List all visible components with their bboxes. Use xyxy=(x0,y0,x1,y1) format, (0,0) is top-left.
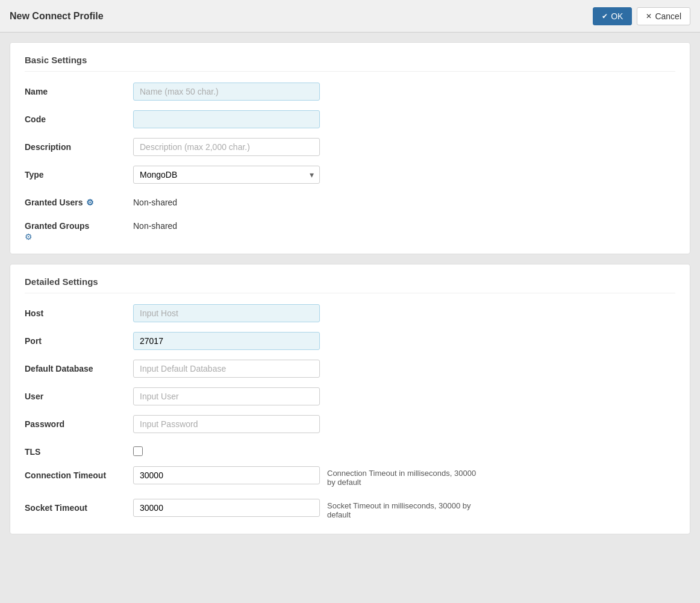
port-row: Port xyxy=(25,332,675,350)
granted-groups-value: Non-shared xyxy=(133,217,177,231)
default-database-row: Default Database xyxy=(25,360,675,378)
cancel-button[interactable]: ✕ Cancel xyxy=(637,7,690,25)
password-label: Password xyxy=(25,415,133,429)
cancel-icon: ✕ xyxy=(646,12,652,20)
host-row: Host xyxy=(25,304,675,322)
code-label: Code xyxy=(25,110,133,124)
description-input[interactable] xyxy=(133,138,320,156)
description-row: Description xyxy=(25,138,675,156)
description-label: Description xyxy=(25,138,133,152)
modal-wrapper: New Connect Profile ✔ OK ✕ Cancel Basic … xyxy=(0,0,700,603)
granted-groups-gear-icon[interactable]: ⚙ xyxy=(25,232,33,242)
port-input[interactable] xyxy=(133,332,320,350)
connection-timeout-row: Connection Timeout Connection Timeout in… xyxy=(25,466,675,489)
socket-timeout-input[interactable] xyxy=(133,499,320,517)
user-row: User xyxy=(25,387,675,405)
granted-users-gear-icon[interactable]: ⚙ xyxy=(86,198,94,207)
detailed-settings-section: Detailed Settings Host Port Default Data… xyxy=(10,264,690,534)
name-label: Name xyxy=(25,83,133,96)
ok-button[interactable]: ✔ OK xyxy=(593,7,632,25)
socket-timeout-label: Socket Timeout xyxy=(25,499,133,513)
tls-label: TLS xyxy=(25,443,133,457)
user-label: User xyxy=(25,387,133,401)
tls-checkbox[interactable] xyxy=(133,446,143,456)
basic-settings-section: Basic Settings Name Code Description xyxy=(10,42,690,254)
detailed-settings-title: Detailed Settings xyxy=(25,277,675,293)
basic-settings-title: Basic Settings xyxy=(25,55,675,72)
modal-body: Basic Settings Name Code Description xyxy=(0,33,700,544)
modal-header: New Connect Profile ✔ OK ✕ Cancel xyxy=(0,0,700,33)
tls-row: TLS xyxy=(25,443,675,457)
granted-groups-row: Granted Groups ⚙ Non-shared xyxy=(25,217,675,242)
code-input[interactable] xyxy=(133,110,320,128)
granted-users-row: Granted Users ⚙ Non-shared xyxy=(25,193,675,207)
granted-users-value: Non-shared xyxy=(133,193,177,207)
password-input[interactable] xyxy=(133,415,320,433)
connection-timeout-label: Connection Timeout xyxy=(25,466,133,480)
name-input[interactable] xyxy=(133,83,320,101)
modal-title: New Connect Profile xyxy=(10,11,104,22)
host-label: Host xyxy=(25,304,133,318)
granted-groups-label-col: Granted Groups ⚙ xyxy=(25,217,133,242)
type-row: Type MongoDB MySQL PostgreSQL Oracle xyxy=(25,166,675,184)
granted-users-label-col: Granted Users ⚙ xyxy=(25,193,133,207)
user-input[interactable] xyxy=(133,387,320,405)
type-label: Type xyxy=(25,166,133,180)
port-label: Port xyxy=(25,332,133,346)
socket-timeout-hint: Socket Timeout in milliseconds, 30000 by… xyxy=(320,499,489,522)
check-icon: ✔ xyxy=(602,12,608,20)
connection-timeout-input[interactable] xyxy=(133,466,320,484)
default-database-label: Default Database xyxy=(25,360,133,373)
name-row: Name xyxy=(25,83,675,101)
code-row: Code xyxy=(25,110,675,128)
type-select-wrapper: MongoDB MySQL PostgreSQL Oracle xyxy=(133,166,320,184)
cancel-label: Cancel xyxy=(655,11,681,21)
password-row: Password xyxy=(25,415,675,433)
type-select[interactable]: MongoDB MySQL PostgreSQL Oracle xyxy=(133,166,320,184)
socket-timeout-row: Socket Timeout Socket Timeout in millise… xyxy=(25,499,675,522)
default-database-input[interactable] xyxy=(133,360,320,378)
header-buttons: ✔ OK ✕ Cancel xyxy=(593,7,690,25)
ok-label: OK xyxy=(611,11,623,21)
connection-timeout-hint: Connection Timeout in milliseconds, 3000… xyxy=(320,466,489,489)
host-input[interactable] xyxy=(133,304,320,322)
